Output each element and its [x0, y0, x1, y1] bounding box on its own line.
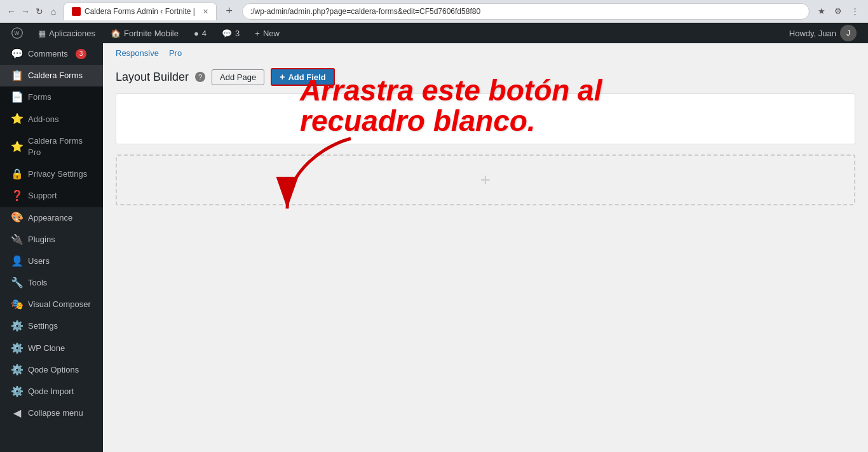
- user-avatar: J: [840, 25, 857, 41]
- forms-icon: 📄: [11, 92, 23, 103]
- browser-nav-controls: ← → ↻ ⌂: [6, 6, 58, 17]
- browser-action-buttons: ★ ⚙ ⋮: [815, 4, 862, 18]
- svg-text:W: W: [15, 31, 20, 36]
- users-icon: 👤: [11, 256, 23, 267]
- extensions-button[interactable]: ⚙: [831, 4, 845, 18]
- responsive-link[interactable]: Responsive: [116, 48, 159, 58]
- updates-icon: ●: [194, 29, 199, 38]
- tab-title: Caldera Forms Admin ‹ Fortnite |: [85, 7, 195, 16]
- new-plus-icon: +: [255, 29, 260, 38]
- sidebar-item-tools[interactable]: 🔧 Tools: [0, 272, 103, 294]
- address-bar[interactable]: :/wp-admin/admin.php?page=caldera-forms&…: [242, 3, 810, 20]
- sidebar-label-forms: Forms: [28, 92, 51, 103]
- sidebar-item-qode-options[interactable]: ⚙️ Qode Options: [0, 359, 103, 381]
- sidebar-item-caldera-forms-pro[interactable]: ⭐ Caldera Forms Pro: [0, 130, 103, 163]
- sidebar-label-tools: Tools: [28, 277, 47, 289]
- sidebar-label-privacy: Privacy Settings: [28, 168, 87, 180]
- site-icon: 🏠: [111, 29, 121, 38]
- appearance-icon: 🎨: [11, 212, 23, 224]
- sidebar-label-cf-pro: Caldera Forms Pro: [28, 135, 97, 158]
- comments-badge: 3: [76, 49, 87, 59]
- updates-count: 4: [202, 29, 207, 38]
- menu-button[interactable]: ⋮: [848, 4, 862, 18]
- wp-main-layout: 💬 Comments 3 📋 Caldera Forms 📄 Forms ⭐ A…: [0, 43, 868, 452]
- sidebar-label-qode-options: Qode Options: [28, 364, 79, 376]
- sidebar-item-addons[interactable]: ⭐ Add-ons: [0, 109, 103, 130]
- url-display: :/wp-admin/admin.php?page=caldera-forms&…: [250, 7, 480, 16]
- admin-bar-site[interactable]: 🏠 Fortnite Mobile: [104, 23, 185, 43]
- forward-button[interactable]: →: [20, 6, 31, 17]
- back-button[interactable]: ←: [6, 6, 17, 17]
- sidebar-item-privacy-settings[interactable]: 🔒 Privacy Settings: [0, 163, 103, 185]
- comments-icon: 💬: [11, 48, 23, 60]
- drop-zone-plus-icon: +: [480, 170, 491, 190]
- sidebar-item-collapse-menu[interactable]: ◀ Collapse menu: [0, 402, 103, 424]
- comments-count: 3: [235, 29, 240, 38]
- browser-chrome: ← → ↻ ⌂ Caldera Forms Admin ‹ Fortnite |…: [0, 0, 868, 23]
- pro-link[interactable]: Pro: [169, 48, 182, 58]
- sidebar: 💬 Comments 3 📋 Caldera Forms 📄 Forms ⭐ A…: [0, 43, 103, 452]
- qode-import-icon: ⚙️: [11, 386, 23, 397]
- main-content-wrapper: Responsive Pro Layout Builder ? Add Page…: [103, 43, 868, 452]
- wp-clone-icon: ⚙️: [11, 343, 23, 354]
- sidebar-label-wp-clone: WP Clone: [28, 343, 65, 354]
- drop-zone[interactable]: +: [116, 154, 855, 205]
- admin-bar-user[interactable]: Howdy, Juan J: [783, 23, 863, 43]
- sidebar-label-comments: Comments: [28, 48, 68, 60]
- sidebar-item-comments[interactable]: 💬 Comments 3: [0, 43, 103, 65]
- browser-tab[interactable]: Caldera Forms Admin ‹ Fortnite | ✕: [64, 3, 217, 20]
- addons-icon: ⭐: [11, 114, 23, 125]
- caldera-forms-icon: 📋: [11, 70, 23, 81]
- content-area: Responsive Pro Layout Builder ? Add Page…: [103, 43, 868, 452]
- admin-bar-comments[interactable]: 💬 3: [215, 23, 246, 43]
- sidebar-item-appearance[interactable]: 🎨 Appearance: [0, 207, 103, 229]
- admin-bar-updates[interactable]: ● 4: [187, 23, 213, 43]
- collapse-icon: ◀: [11, 407, 23, 419]
- sidebar-item-plugins[interactable]: 🔌 Plugins: [0, 229, 103, 250]
- sidebar-item-users[interactable]: 👤 Users: [0, 250, 103, 272]
- sidebar-item-wp-clone[interactable]: ⚙️ WP Clone: [0, 338, 103, 359]
- bookmark-button[interactable]: ★: [815, 4, 829, 18]
- sidebar-item-visual-composer[interactable]: 🎭 Visual Composer: [0, 294, 103, 315]
- sidebar-label-appearance: Appearance: [28, 212, 72, 224]
- tools-icon: 🔧: [11, 277, 23, 289]
- form-editor: Layout Builder ? Add Page + Add Field +: [103, 60, 868, 228]
- top-links-bar: Responsive Pro: [103, 43, 868, 60]
- sidebar-item-settings[interactable]: ⚙️ Settings: [0, 315, 103, 337]
- add-page-button[interactable]: Add Page: [212, 69, 264, 85]
- sidebar-label-settings: Settings: [28, 320, 58, 332]
- wp-logo-item[interactable]: W: [5, 23, 29, 43]
- applications-grid-icon: ▦: [38, 29, 46, 38]
- sidebar-item-caldera-forms[interactable]: 📋 Caldera Forms: [0, 65, 103, 86]
- sidebar-label-visual-composer: Visual Composer: [28, 299, 91, 310]
- sidebar-item-support[interactable]: ❓ Support: [0, 185, 103, 207]
- settings-icon: ⚙️: [11, 321, 23, 332]
- sidebar-label-collapse: Collapse menu: [28, 407, 83, 419]
- home-button[interactable]: ⌂: [48, 6, 58, 17]
- sidebar-item-forms[interactable]: 📄 Forms: [0, 86, 103, 108]
- add-field-button[interactable]: + Add Field: [271, 68, 334, 86]
- layout-builder-help-icon[interactable]: ?: [195, 72, 205, 82]
- form-page-area: [116, 93, 855, 144]
- layout-builder-title: Layout Builder: [116, 71, 189, 84]
- plugins-icon: 🔌: [11, 234, 23, 245]
- add-field-plus-icon: +: [280, 72, 285, 82]
- new-tab-button[interactable]: +: [222, 4, 237, 19]
- sidebar-label-addons: Add-ons: [28, 114, 58, 125]
- qode-options-icon: ⚙️: [11, 364, 23, 376]
- comments-icon: 💬: [222, 29, 232, 38]
- admin-bar-applications[interactable]: ▦ Aplicaciones: [32, 23, 102, 43]
- admin-bar-new[interactable]: + New: [248, 23, 286, 43]
- wordpress-logo-icon: W: [11, 27, 23, 39]
- tab-favicon: [72, 7, 81, 16]
- sidebar-item-qode-import[interactable]: ⚙️ Qode Import: [0, 381, 103, 402]
- sidebar-label-qode-import: Qode Import: [28, 386, 74, 397]
- sidebar-label-caldera-forms: Caldera Forms: [28, 70, 83, 81]
- new-label: New: [263, 29, 280, 38]
- applications-label: Aplicaciones: [49, 29, 95, 38]
- reload-button[interactable]: ↻: [34, 6, 44, 17]
- wp-admin-bar: W ▦ Aplicaciones 🏠 Fortnite Mobile ● 4 💬…: [0, 23, 868, 43]
- tab-close-button[interactable]: ✕: [203, 8, 208, 16]
- visual-composer-icon: 🎭: [11, 299, 23, 310]
- sidebar-label-plugins: Plugins: [28, 234, 55, 245]
